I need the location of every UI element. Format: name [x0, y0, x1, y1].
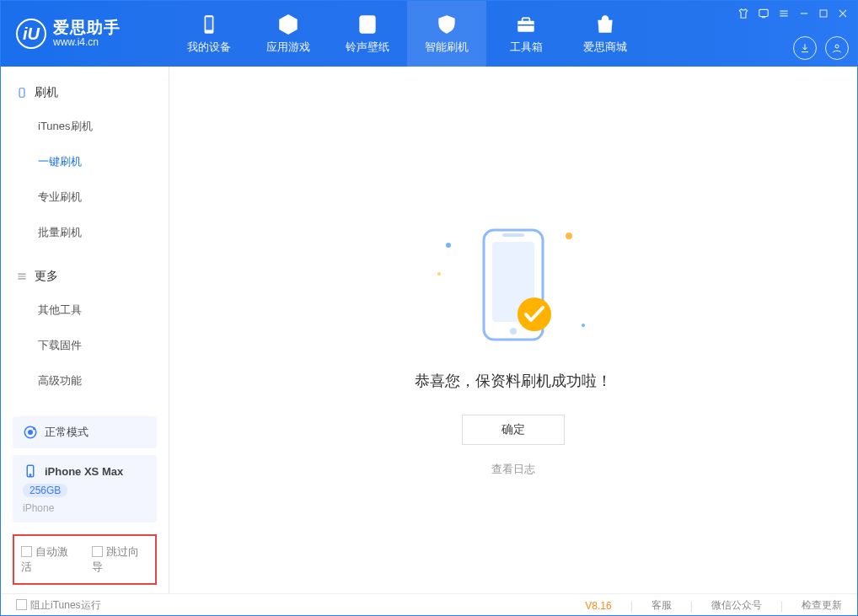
svg-rect-6 — [759, 9, 769, 16]
window-controls — [737, 8, 849, 19]
success-illustration — [437, 217, 589, 352]
version-label[interactable]: V8.16 — [585, 600, 611, 612]
close-icon[interactable] — [837, 8, 849, 19]
sidebar-item-download-firmware[interactable]: 下载固件 — [38, 328, 169, 363]
device-icon — [16, 87, 28, 99]
main-content: 恭喜您，保资料刷机成功啦！ 确定 查看日志 — [169, 67, 857, 593]
nav-store[interactable]: 爱思商城 — [566, 1, 645, 67]
menu-icon[interactable] — [778, 8, 790, 19]
minimize-icon[interactable] — [798, 8, 810, 19]
nav-toolbox[interactable]: 工具箱 — [486, 1, 566, 67]
svg-point-11 — [29, 431, 33, 435]
nav-my-device[interactable]: 我的设备 — [169, 1, 249, 67]
footer-link-wechat[interactable]: 微信公众号 — [711, 598, 762, 613]
nav-ringtone-wallpaper[interactable]: 铃声壁纸 — [328, 1, 407, 67]
sidebar-item-one-click-flash[interactable]: 一键刷机 — [38, 144, 169, 179]
sidebar-item-pro-flash[interactable]: 专业刷机 — [38, 179, 169, 215]
svg-rect-5 — [517, 24, 534, 26]
app-logo-icon: iU — [16, 19, 46, 49]
svg-rect-7 — [820, 10, 827, 17]
device-block[interactable]: iPhone XS Max 256GB iPhone — [13, 455, 157, 522]
checkbox-block-itunes[interactable]: 阻止iTunes运行 — [16, 598, 101, 613]
shopping-bag-icon — [594, 13, 616, 35]
list-icon — [16, 271, 28, 282]
app-name: 爱思助手 — [53, 19, 121, 37]
sidebar-group-more: 更多 — [1, 260, 169, 292]
phone-success-icon — [467, 222, 560, 348]
logo-area: iU 爱思助手 www.i4.cn — [1, 19, 169, 49]
footer-link-check-update[interactable]: 检查更新 — [802, 598, 842, 613]
checkbox-skip-guide[interactable]: 跳过向导 — [92, 544, 149, 575]
svg-rect-9 — [19, 88, 24, 98]
svg-point-12 — [33, 427, 35, 430]
sidebar: 刷机 iTunes刷机 一键刷机 专业刷机 批量刷机 更多 其他工具 下载固件 … — [1, 67, 169, 593]
phone-icon — [198, 13, 220, 35]
account-area — [793, 36, 849, 60]
title-bar: iU 爱思助手 www.i4.cn 我的设备 应用游戏 铃声壁纸 智能刷机 工具… — [1, 1, 857, 67]
download-button[interactable] — [793, 36, 817, 60]
checkbox-auto-activate[interactable]: 自动激活 — [21, 544, 78, 575]
mode-label: 正常模式 — [45, 425, 88, 440]
device-name: iPhone XS Max — [45, 465, 123, 478]
refresh-shield-icon — [436, 13, 458, 35]
svg-rect-1 — [206, 17, 212, 29]
feedback-icon[interactable] — [758, 8, 770, 19]
sidebar-item-advanced[interactable]: 高级功能 — [38, 363, 169, 399]
user-account-button[interactable] — [825, 36, 849, 60]
flash-options-highlighted: 自动激活 跳过向导 — [13, 534, 157, 585]
sidebar-item-batch-flash[interactable]: 批量刷机 — [38, 215, 169, 250]
device-capacity-badge: 256GB — [23, 484, 67, 497]
svg-point-18 — [510, 328, 517, 335]
status-bar: 阻止iTunes运行 V8.16 | 客服 | 微信公众号 | 检查更新 — [1, 593, 857, 616]
nav-apps-games[interactable]: 应用游戏 — [249, 1, 328, 67]
device-type: iPhone — [23, 502, 54, 514]
view-log-link[interactable]: 查看日志 — [491, 462, 535, 477]
success-message: 恭喜您，保资料刷机成功啦！ — [415, 371, 612, 391]
phone-device-icon — [23, 463, 38, 479]
svg-rect-4 — [523, 18, 530, 21]
svg-point-8 — [835, 45, 839, 48]
mode-block[interactable]: 正常模式 — [13, 416, 157, 448]
sidebar-item-itunes-flash[interactable]: iTunes刷机 — [38, 109, 169, 144]
tshirt-icon[interactable] — [737, 8, 749, 19]
app-url: www.i4.cn — [53, 37, 121, 48]
main-nav: 我的设备 应用游戏 铃声壁纸 智能刷机 工具箱 爱思商城 — [169, 1, 645, 67]
mode-icon — [23, 425, 38, 440]
cube-icon — [277, 13, 299, 35]
briefcase-icon — [515, 13, 537, 35]
ok-button[interactable]: 确定 — [462, 415, 565, 445]
svg-rect-3 — [517, 20, 534, 31]
sidebar-item-other-tools[interactable]: 其他工具 — [38, 292, 169, 328]
sidebar-group-flash: 刷机 — [1, 77, 169, 109]
music-note-icon — [357, 13, 378, 35]
svg-point-14 — [29, 474, 31, 476]
svg-rect-17 — [502, 233, 524, 237]
nav-smart-flash[interactable]: 智能刷机 — [407, 1, 486, 67]
footer-link-support[interactable]: 客服 — [652, 598, 672, 613]
maximize-icon[interactable] — [818, 8, 829, 19]
